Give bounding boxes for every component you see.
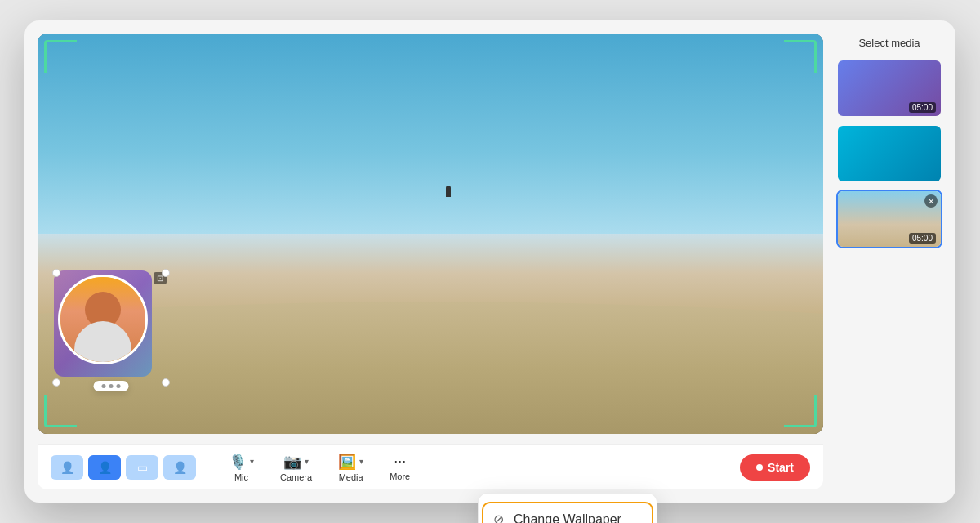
webcam-frame: ⊡	[54, 270, 168, 385]
layout-btn-2[interactable]: 👤	[88, 455, 121, 480]
toolbar: 👤 👤 ▭ 👤 🎙️ ▾	[38, 444, 823, 489]
corner-bracket-bl	[44, 395, 77, 427]
layout-btn-1[interactable]: 👤	[51, 455, 83, 480]
preview-area: ⊡ �	[38, 34, 823, 489]
webcam-controls-dots[interactable]	[94, 381, 129, 391]
thumb-duration-1: 05:00	[909, 102, 936, 113]
media-tool-top: 🖼️ ▾	[338, 453, 363, 471]
start-label: Start	[768, 461, 794, 474]
mic-label: Mic	[234, 472, 248, 482]
more-icon: ···	[394, 453, 406, 470]
resize-handle-tl[interactable]	[52, 269, 60, 277]
thumb-close-3[interactable]: ✕	[924, 194, 938, 208]
start-button[interactable]: Start	[740, 454, 810, 481]
toolbar-right: Start	[740, 454, 810, 481]
person-avatar	[60, 277, 145, 362]
mic-icon: 🎙️	[229, 453, 247, 471]
person-icon-3: ▭	[137, 461, 148, 474]
mic-tool[interactable]: 🎙️ ▾ Mic	[216, 453, 267, 482]
dot-1	[102, 384, 106, 388]
dot-3	[117, 384, 121, 388]
media-label: Media	[339, 472, 363, 482]
app-window: ⊡ �	[24, 20, 956, 503]
thumb-bg-2	[838, 126, 941, 181]
video-container: ⊡	[38, 34, 823, 434]
avatar-body	[74, 321, 131, 362]
sidebar: Select media 05:00 05:00 ✕	[836, 34, 942, 489]
change-wallpaper-item[interactable]: ⊘ Change Wallpaper	[482, 502, 653, 523]
layout-btn-3[interactable]: ▭	[126, 455, 158, 480]
thumb-duration-3: 05:00	[909, 233, 936, 244]
layout-buttons: 👤 👤 ▭ 👤	[51, 455, 196, 480]
resize-handle-br[interactable]	[162, 378, 170, 387]
corner-bracket-br	[784, 395, 817, 427]
webcam-circle	[58, 275, 148, 364]
mic-caret: ▾	[250, 457, 254, 466]
media-thumbnail-1[interactable]: 05:00	[836, 59, 942, 118]
mic-tool-top: 🎙️ ▾	[229, 453, 254, 471]
wallpaper-icon: ⊘	[493, 512, 504, 523]
more-tool-top: ···	[394, 453, 406, 470]
corner-bracket-tr	[784, 40, 817, 73]
dropdown-menu: ⊘ Change Wallpaper □ Connect Mobile Devi…	[478, 493, 657, 523]
person-icon-4: 👤	[173, 461, 187, 474]
camera-tool-top: 📷 ▾	[283, 453, 309, 471]
camera-icon: 📷	[283, 453, 301, 471]
more-label: More	[390, 472, 410, 481]
person-icon-2: 👤	[98, 461, 112, 474]
change-wallpaper-label: Change Wallpaper	[514, 512, 621, 524]
person-figure	[446, 186, 451, 197]
main-content: ⊡ �	[24, 20, 956, 503]
camera-caret: ▾	[305, 457, 309, 466]
media-icon: 🖼️	[338, 453, 356, 471]
dot-2	[109, 384, 114, 388]
resize-handle-tr[interactable]	[162, 269, 170, 277]
person-icon-1: 👤	[60, 461, 74, 474]
media-tool[interactable]: 🖼️ ▾ Media	[325, 453, 376, 482]
sky-layer	[38, 34, 823, 234]
webcam-overlay[interactable]: ⊡	[54, 270, 168, 385]
corner-bracket-tl	[44, 40, 77, 73]
media-thumbnail-2[interactable]	[836, 124, 942, 183]
media-thumbnail-3[interactable]: 05:00 ✕	[836, 190, 942, 248]
more-tool[interactable]: ··· More	[376, 453, 423, 481]
resize-handle-bl[interactable]	[52, 378, 60, 387]
select-media-title: Select media	[836, 37, 942, 49]
media-caret: ▾	[359, 457, 363, 466]
camera-label: Camera	[280, 472, 312, 482]
layout-btn-4[interactable]: 👤	[163, 455, 196, 480]
rec-dot	[756, 464, 763, 471]
camera-tool[interactable]: 📷 ▾ Camera	[267, 453, 325, 482]
